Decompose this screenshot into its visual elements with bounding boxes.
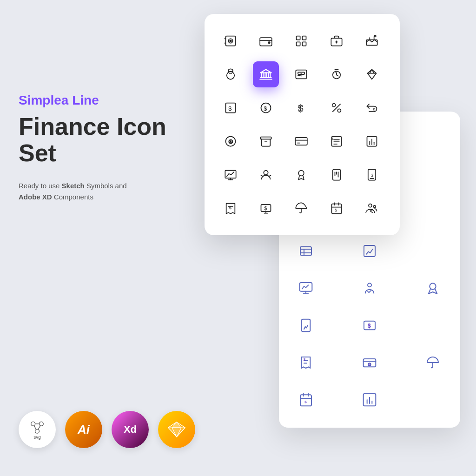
svg-line-5 [38,425,40,430]
product-title: Finance Icon Set [19,113,186,166]
svg-rect-27 [364,245,375,257]
icon-grid: $ $ $ $ $ $ ☮ [218,28,387,221]
svg-rect-115 [333,169,340,180]
icon-analytics-people [359,195,385,221]
svg-rect-60 [302,36,306,40]
ai-badge: Ai [65,411,102,448]
icon-umbrella [288,195,314,221]
back-icon-finance-person [356,274,383,302]
description: Ready to use Sketch Symbols and Adobe XD… [19,180,186,203]
svg-point-54 [230,40,231,42]
icon-credit-card [288,128,314,154]
back-spacer1 [419,126,447,153]
icon-briefcase [324,28,350,54]
svg-point-1 [39,422,43,426]
svg-text:$: $ [335,208,337,212]
svg-text:$: $ [304,400,307,404]
svg-text:$: $ [264,205,267,211]
svg-point-68 [227,72,234,79]
svg-point-67 [374,35,376,37]
back-icon-chart2 [356,237,383,265]
desc-text3: Components [52,193,93,201]
icon-peace-dollar: ☮ [218,128,244,154]
svg-text:$: $ [335,70,337,73]
icon-bank-highlighted [253,61,279,87]
svg-point-0 [31,422,35,426]
icon-percent [324,95,350,121]
icon-archive [253,128,279,154]
left-panel: Simplea Line Finance Icon Set Ready to u… [19,93,186,203]
icon-mobile-analytics [324,162,350,188]
svg-rect-70 [262,73,264,78]
svg-text:☮: ☮ [228,139,233,145]
sketch-icon [167,421,186,438]
ai-label: Ai [78,423,90,436]
icon-receipt-dollar: $ [218,195,244,221]
back-spacer4 [419,237,447,265]
icon-calendar-dollar: $ [324,195,350,221]
svg-point-113 [264,171,268,175]
icon-award [288,162,314,188]
svg-text:$: $ [332,137,334,140]
back-spacer3 [419,200,447,228]
svg-label: svg [33,435,41,440]
svg-text:$: $ [264,105,267,112]
svg-rect-61 [297,42,300,46]
svg-point-132 [369,204,372,207]
main-card: $ $ $ $ $ $ ☮ [205,14,400,235]
brand-name: Simplea Line [19,93,186,108]
svg-badge: svg [19,411,56,448]
svg-rect-57 [260,38,272,46]
xd-label: Xd [124,424,137,435]
back-icon-payment2: $ [356,349,383,377]
icon-trend-chart [218,162,244,188]
icon-undo: $ [359,95,385,121]
svg-point-58 [268,42,270,44]
svg-point-133 [374,205,376,208]
svg-rect-96 [260,137,271,139]
svg-rect-72 [269,73,271,78]
svg-text:$: $ [304,357,306,362]
icon-atm: $ [288,61,314,87]
icon-dollar-circle: $ [253,95,279,121]
svg-line-135 [370,211,373,213]
svg-line-92 [333,104,340,112]
back-spacer2 [419,163,447,191]
svg-rect-62 [302,42,306,46]
tool-badges: svg Ai Xd [19,411,195,448]
svg-point-32 [430,283,436,289]
svg-point-114 [298,171,304,176]
back-icon-bill2 [292,237,320,265]
svg-text:$: $ [228,105,231,112]
icon-statement: $ [324,128,350,154]
back-icon-award2 [419,274,447,302]
icon-diamond [359,61,385,87]
icon-money-bag [218,61,244,87]
svg-text:$: $ [368,362,371,367]
svg-icon [29,420,46,434]
svg-rect-59 [297,36,300,40]
svg-marker-81 [368,70,377,79]
back-icon-umbrella2 [419,349,447,377]
svg-text:$: $ [300,73,303,77]
svg-rect-71 [265,73,267,78]
icon-dollar-down: $ [253,195,279,221]
svg-point-2 [35,429,40,433]
sketch-label: Sketch [62,182,85,190]
svg-point-91 [337,109,341,112]
icon-time-is-money: $ [324,61,350,87]
adobe-label: Adobe XD [19,193,52,201]
svg-rect-33 [302,319,311,332]
icon-factory [359,28,385,54]
xd-badge: Xd [112,411,149,448]
sketch-badge [158,411,195,448]
svg-text:$: $ [368,323,371,329]
svg-marker-7 [172,422,181,428]
icon-dollar-mobile: $ [359,162,385,188]
svg-text:$: $ [371,173,374,178]
icon-bar-chart [359,128,385,154]
svg-line-4 [34,425,36,430]
back-icon-mobile-chart [292,311,320,339]
back-icon-analytics2 [356,386,383,414]
icon-financial-advisor [253,162,279,188]
